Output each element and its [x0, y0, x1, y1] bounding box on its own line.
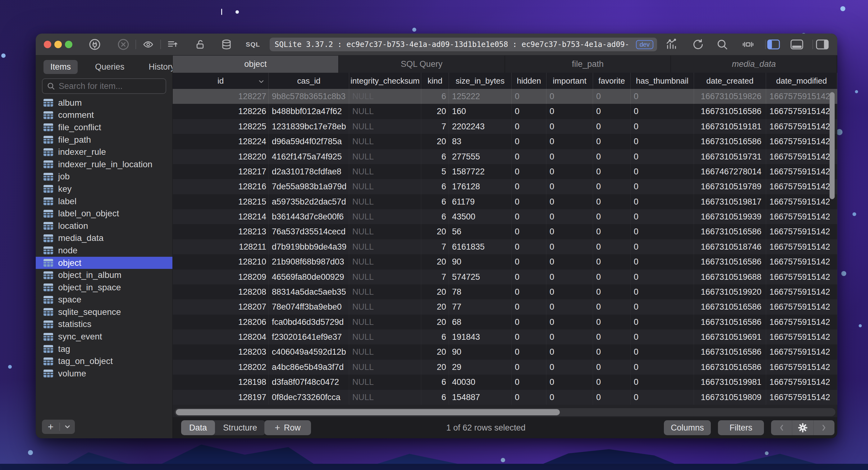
cell-date_created[interactable]: 1667310519817 — [694, 194, 766, 209]
cell-important[interactable]: 0 — [547, 375, 593, 389]
tab-object[interactable]: object — [173, 56, 339, 73]
add-item-button[interactable]: + — [42, 420, 59, 434]
cell-integrity_checksum[interactable]: NULL — [349, 89, 421, 104]
settings-gear-button[interactable] — [792, 420, 813, 435]
cell-date_created[interactable]: 1667310519920 — [694, 285, 766, 299]
cell-date_created[interactable]: 1667310519826 — [694, 89, 766, 104]
cell-hidden[interactable]: 0 — [512, 164, 547, 179]
sidebar-item-node[interactable]: node — [36, 244, 173, 257]
cell-hidden[interactable]: 0 — [512, 375, 547, 389]
cell-date_modified[interactable]: 1667575915142 — [766, 329, 837, 345]
column-header-favorite[interactable]: favorite — [593, 73, 631, 89]
cell-size_in_bytes[interactable]: 83 — [449, 134, 512, 149]
cell-has_thumbnail[interactable]: 0 — [631, 254, 694, 269]
table-row[interactable]: 128214b361443d7c8e00f6NULL64350000001667… — [173, 209, 837, 224]
cell-has_thumbnail[interactable]: 0 — [631, 179, 694, 194]
tab-media-data[interactable]: media_data — [671, 56, 837, 73]
cell-important[interactable]: 0 — [547, 149, 593, 164]
cell-integrity_checksum[interactable]: NULL — [349, 164, 421, 179]
cell-date_modified[interactable]: 1667575915142 — [766, 390, 837, 405]
tab-sql-query[interactable]: SQL Query — [339, 56, 505, 73]
cell-id[interactable]: 128215 — [173, 194, 269, 209]
chart-icon[interactable] — [665, 38, 677, 50]
cell-favorite[interactable]: 0 — [593, 224, 631, 239]
connection-title-field[interactable]: SQLite 3.37.2 : ec9e7c37-b753-4e1a-ad09-… — [270, 38, 657, 51]
cell-size_in_bytes[interactable]: 277555 — [449, 149, 512, 164]
cell-cas_id[interactable]: 1231839bc17e78eb — [269, 119, 349, 134]
cell-size_in_bytes[interactable]: 68 — [449, 315, 512, 329]
cell-kind[interactable]: 5 — [421, 164, 449, 179]
sidebar-item-file-conflict[interactable]: file_conflict — [36, 121, 173, 134]
cell-date_created[interactable]: 1667310516586 — [694, 254, 766, 269]
cell-kind[interactable]: 6 — [421, 89, 449, 104]
cell-kind[interactable]: 20 — [421, 224, 449, 239]
horizontal-scrollbar-thumb[interactable] — [176, 409, 560, 415]
cell-size_in_bytes[interactable]: 574725 — [449, 269, 512, 285]
search-icon[interactable] — [716, 38, 728, 50]
table-row[interactable]: 128202a4bc86e5b49a3f7dNULL20290000166731… — [173, 360, 837, 375]
cell-cas_id[interactable]: b488bbf012a47f62 — [269, 104, 349, 119]
preview-eye-icon[interactable] — [142, 39, 154, 50]
cell-important[interactable]: 0 — [547, 269, 593, 285]
cell-cas_id[interactable]: 4162f1475a74f925 — [269, 149, 349, 164]
cell-date_created[interactable]: 1667310516586 — [694, 224, 766, 239]
sidebar-item-object-in-album[interactable]: object_in_album — [36, 269, 173, 281]
cell-integrity_checksum[interactable]: NULL — [349, 345, 421, 359]
cell-important[interactable]: 0 — [547, 164, 593, 179]
cell-favorite[interactable]: 0 — [593, 194, 631, 209]
cell-kind[interactable]: 6 — [421, 149, 449, 164]
sidebar-item-statistics[interactable]: statistics — [36, 318, 173, 331]
cell-has_thumbnail[interactable]: 0 — [631, 149, 694, 164]
cell-id[interactable]: 128214 — [173, 209, 269, 224]
cell-id[interactable]: 128203 — [173, 345, 269, 359]
cell-cas_id[interactable]: 9b8c578b3651c8b3 — [269, 89, 349, 104]
table-row[interactable]: 128211d7b919bbb9de4a39NULL76161835000016… — [173, 239, 837, 254]
cell-hidden[interactable]: 0 — [512, 119, 547, 134]
sql-mode-label[interactable]: SQL — [246, 41, 260, 48]
cell-date_modified[interactable]: 1667575915142 — [766, 299, 837, 314]
cell-size_in_bytes[interactable]: 56 — [449, 224, 512, 239]
cell-date_modified[interactable]: 1667575915142 — [766, 134, 837, 149]
cell-date_modified[interactable]: 1667575915142 — [766, 254, 837, 269]
cell-integrity_checksum[interactable]: NULL — [349, 104, 421, 119]
segment-structure[interactable]: Structure — [215, 420, 265, 435]
cell-cas_id[interactable]: b361443d7c8e00f6 — [269, 209, 349, 224]
cell-size_in_bytes[interactable]: 40030 — [449, 375, 512, 389]
log-list-icon[interactable] — [166, 39, 178, 50]
cell-important[interactable]: 0 — [547, 104, 593, 119]
cell-date_created[interactable]: 1667310519981 — [694, 375, 766, 389]
cell-size_in_bytes[interactable]: 43500 — [449, 209, 512, 224]
cell-integrity_checksum[interactable]: NULL — [349, 315, 421, 329]
cell-integrity_checksum[interactable]: NULL — [349, 390, 421, 405]
table-row[interactable]: 128217d2a310178cfdfae8NULL51587722000016… — [173, 164, 837, 179]
cell-favorite[interactable]: 0 — [593, 345, 631, 359]
cell-date_modified[interactable]: 1667575915142 — [766, 164, 837, 179]
cell-id[interactable]: 128225 — [173, 119, 269, 134]
cell-date_modified[interactable]: 1667575915142 — [766, 269, 837, 285]
cell-important[interactable]: 0 — [547, 315, 593, 329]
column-header-id[interactable]: id — [173, 73, 269, 89]
cell-date_created[interactable]: 1667310516586 — [694, 134, 766, 149]
cell-date_created[interactable]: 1667467278014 — [694, 164, 766, 179]
cell-integrity_checksum[interactable]: NULL — [349, 299, 421, 314]
table-row[interactable]: 12821021b908f68b987d03NULL20900000166731… — [173, 254, 837, 269]
sidebar-tab-items[interactable]: Items — [43, 60, 78, 74]
cell-id[interactable]: 128217 — [173, 164, 269, 179]
cell-favorite[interactable]: 0 — [593, 134, 631, 149]
table-row[interactable]: 1282167de55a983b1a979dNULL61761280000166… — [173, 179, 837, 194]
sidebar-item-indexer-rule[interactable]: indexer_rule — [36, 146, 173, 158]
cell-cas_id[interactable]: 0f8dec733260fcca — [269, 390, 349, 405]
cell-size_in_bytes[interactable]: 160 — [449, 104, 512, 119]
cell-integrity_checksum[interactable]: NULL — [349, 285, 421, 299]
sidebar-item-object[interactable]: object — [36, 257, 173, 269]
column-header-integrity_checksum[interactable]: integrity_checksum — [349, 73, 421, 89]
cell-favorite[interactable]: 0 — [593, 390, 631, 405]
cell-kind[interactable]: 6 — [421, 390, 449, 405]
cell-kind[interactable]: 20 — [421, 315, 449, 329]
cell-id[interactable]: 128213 — [173, 224, 269, 239]
sidebar-item-tag[interactable]: tag — [36, 343, 173, 355]
cell-cas_id[interactable]: d7b919bbb9de4a39 — [269, 239, 349, 254]
cell-important[interactable]: 0 — [547, 119, 593, 134]
cell-favorite[interactable]: 0 — [593, 360, 631, 375]
cell-integrity_checksum[interactable]: NULL — [349, 329, 421, 345]
